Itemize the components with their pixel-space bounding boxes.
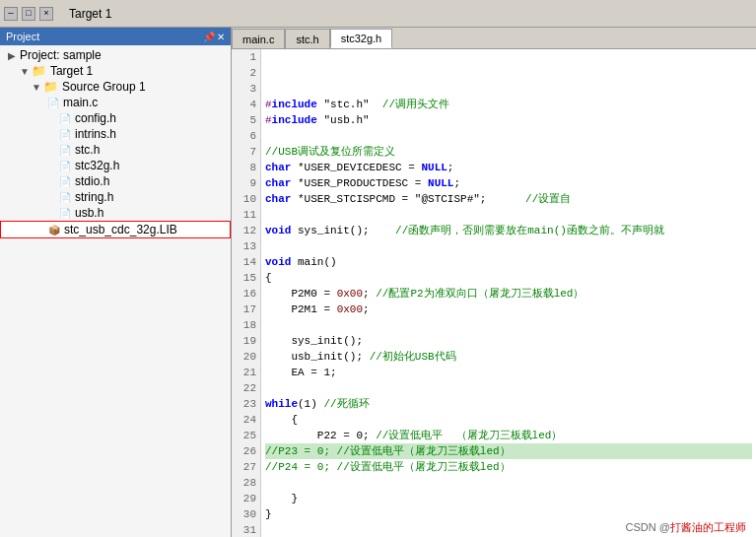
folder-expand-icon: ▼	[32, 82, 41, 93]
file-icon: 📄	[59, 176, 71, 187]
tree-item-label: stc_usb_cdc_32g.LIB	[64, 223, 177, 236]
line-number-18: 18	[236, 317, 256, 333]
code-content: 1234567891011121314151617181920212223242…	[232, 49, 756, 537]
line-number-15: 15	[236, 270, 256, 286]
tree-item-label: stdio.h	[75, 174, 109, 188]
code-line-6: char *USER_PRODUCTDESC = NULL;	[265, 175, 752, 191]
folder-expand-icon: ▼	[20, 66, 30, 77]
line-number-4: 4	[236, 97, 256, 112]
line-number-2: 2	[236, 65, 256, 81]
code-line-20: while(1) //死循环	[265, 396, 752, 412]
tree-item-libfile[interactable]: 📦stc_usb_cdc_32g.LIB	[0, 221, 231, 238]
line-number-9: 9	[236, 175, 256, 191]
code-line-7: char *USER_STCISPCMD = "@STCISP#"; //设置自	[265, 191, 752, 207]
file-icon: 📄	[59, 161, 71, 171]
watermark-prefix: CSDN @	[626, 521, 670, 533]
tree-item-stch[interactable]: 📄stc.h	[0, 142, 231, 158]
tree-item-project-root[interactable]: ▶Project: sample	[0, 47, 231, 63]
line-number-7: 7	[236, 144, 256, 160]
line-number-28: 28	[236, 475, 256, 491]
code-line-13: P2M0 = 0x00; //配置P2为准双向口（屠龙刀三板载led）	[265, 286, 752, 302]
line-number-13: 13	[236, 238, 256, 254]
tree-item-label: Project: sample	[20, 48, 102, 62]
tree-item-target1[interactable]: ▼📁Target 1	[0, 63, 231, 79]
line-number-6: 6	[236, 128, 256, 144]
line-number-31: 31	[236, 522, 256, 537]
line-number-24: 24	[236, 412, 256, 428]
minimize-icon[interactable]: ─	[4, 7, 18, 21]
line-number-1: 1	[236, 49, 256, 65]
line-number-27: 27	[236, 459, 256, 475]
code-line-24: //P24 = 0; //设置低电平（屠龙刀三板载led）	[265, 459, 752, 475]
watermark: CSDN @打酱油的工程师	[626, 520, 746, 535]
file-icon: 📄	[59, 192, 71, 203]
tree-item-label: usb.h	[75, 206, 103, 220]
code-line-3	[265, 128, 752, 144]
line-number-22: 22	[236, 380, 256, 396]
line-number-8: 8	[236, 160, 256, 175]
lib-icon: 📦	[48, 225, 60, 235]
tree-item-label: intrins.h	[75, 127, 116, 141]
line-number-21: 21	[236, 365, 256, 380]
code-lines[interactable]: #include "stc.h" //调用头文件#include "usb.h"…	[261, 49, 756, 537]
code-line-5: char *USER_DEVICEDESC = NULL;	[265, 160, 752, 175]
window-title: Target 1	[69, 7, 111, 21]
line-number-20: 20	[236, 349, 256, 365]
code-line-22: P22 = 0; //设置低电平 （屠龙刀三板载led）	[265, 428, 752, 443]
tree-item-stc32gh[interactable]: 📄stc32g.h	[0, 158, 231, 173]
tree-item-intrins[interactable]: 📄intrins.h	[0, 126, 231, 142]
code-line-14: P2M1 = 0x00;	[265, 302, 752, 317]
code-editor[interactable]: 1234567891011121314151617181920212223242…	[232, 49, 756, 537]
right-panel: main.cstc.hstc32g.h 12345678910111213141…	[232, 28, 756, 537]
code-line-19	[265, 380, 752, 396]
title-icons: ─ □ ×	[4, 7, 53, 21]
line-number-17: 17	[236, 302, 256, 317]
tree-item-configh[interactable]: 📄config.h	[0, 110, 231, 126]
close-panel-icon[interactable]: ✕	[217, 32, 225, 42]
header-icons: 📌 ✕	[203, 32, 225, 42]
tree-item-stdioh[interactable]: 📄stdio.h	[0, 173, 231, 189]
code-line-1: #include "stc.h" //调用头文件	[265, 97, 752, 112]
tree-item-label: Source Group 1	[62, 80, 146, 94]
tree-item-mainc[interactable]: 📄main.c	[0, 95, 231, 110]
tab-bar: main.cstc.hstc32g.h	[232, 28, 756, 49]
code-line-9: void sys_init(); //函数声明，否则需要放在main()函数之前…	[265, 223, 752, 238]
line-number-12: 12	[236, 223, 256, 238]
code-line-17: usb_init(); //初始化USB代码	[265, 349, 752, 365]
project-icon: ▶	[8, 50, 16, 61]
line-number-25: 25	[236, 428, 256, 443]
tree-item-label: stc.h	[75, 143, 100, 157]
code-line-4: //USB调试及复位所需定义	[265, 144, 752, 160]
left-panel: Project 📌 ✕ ▶Project: sample▼📁Target 1▼📁…	[0, 28, 232, 537]
folder-icon: 📁	[43, 80, 58, 94]
tree-item-label: config.h	[75, 111, 116, 125]
folder-icon: 📁	[32, 64, 46, 78]
tree-item-label: string.h	[75, 190, 113, 204]
tree-item-stringh[interactable]: 📄string.h	[0, 189, 231, 205]
close-icon[interactable]: ×	[39, 7, 53, 21]
project-tree: ▶Project: sample▼📁Target 1▼📁Source Group…	[0, 45, 231, 537]
tab-main-c[interactable]: main.c	[232, 29, 285, 48]
tab-stc-h[interactable]: stc.h	[285, 29, 329, 48]
tree-item-usbh[interactable]: 📄usb.h	[0, 205, 231, 221]
pin-icon[interactable]: 📌	[203, 32, 215, 42]
code-line-25	[265, 475, 752, 491]
code-line-26: }	[265, 491, 752, 506]
file-icon: 📄	[47, 98, 59, 108]
file-icon: 📄	[59, 208, 71, 219]
title-bar: ─ □ × Target 1	[0, 0, 756, 28]
code-line-23: //P23 = 0; //设置低电平（屠龙刀三板载led）	[265, 443, 752, 459]
tree-item-label: Target 1	[50, 64, 93, 78]
file-icon: 📄	[59, 145, 71, 156]
line-number-10: 10	[236, 191, 256, 207]
tab-stc32g-h[interactable]: stc32g.h	[330, 29, 393, 48]
line-number-23: 23	[236, 396, 256, 412]
tree-item-source-group[interactable]: ▼📁Source Group 1	[0, 79, 231, 95]
line-number-29: 29	[236, 491, 256, 506]
line-number-19: 19	[236, 333, 256, 349]
file-icon: 📄	[59, 113, 71, 124]
code-line-2: #include "usb.h"	[265, 112, 752, 128]
tree-item-label: stc32g.h	[75, 159, 119, 172]
maximize-icon[interactable]: □	[22, 7, 35, 21]
line-number-5: 5	[236, 112, 256, 128]
